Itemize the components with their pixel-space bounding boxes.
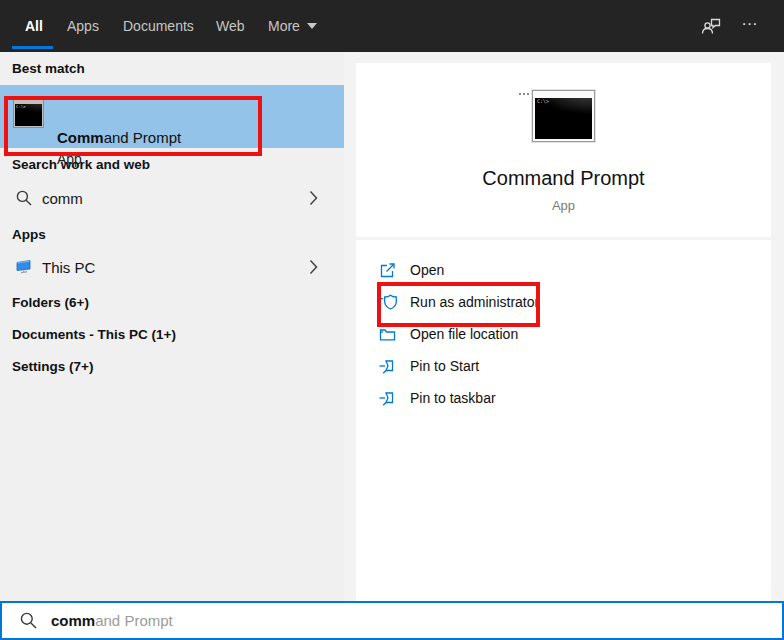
web-suggestion-label: comm bbox=[42, 190, 83, 207]
action-file-location-label: Open file location bbox=[410, 326, 518, 342]
more-options-icon[interactable]: … bbox=[741, 10, 761, 30]
tab-web-label: Web bbox=[216, 18, 245, 34]
this-pc-label: This PC bbox=[42, 259, 95, 276]
chevron-right-icon[interactable] bbox=[309, 259, 318, 275]
pin-icon bbox=[379, 390, 396, 407]
this-pc-icon bbox=[15, 258, 33, 276]
action-open-label: Open bbox=[410, 262, 444, 278]
web-suggestion-comm[interactable]: comm bbox=[0, 180, 344, 216]
tab-documents[interactable]: Documents bbox=[123, 0, 194, 52]
tab-documents-label: Documents bbox=[123, 18, 194, 34]
command-prompt-icon-large: C:\> bbox=[532, 90, 595, 142]
pin-icon bbox=[379, 358, 396, 375]
chevron-right-icon[interactable] bbox=[309, 190, 318, 206]
tab-apps[interactable]: Apps bbox=[67, 0, 99, 52]
folder-location-icon bbox=[379, 326, 396, 343]
feedback-icon[interactable] bbox=[699, 14, 723, 38]
active-tab-underline bbox=[12, 46, 53, 49]
tab-all-label: All bbox=[25, 18, 43, 34]
documents-group-header[interactable]: Documents - This PC (1+) bbox=[12, 327, 176, 342]
preview-subtitle: App bbox=[356, 198, 771, 213]
action-pin-to-taskbar[interactable]: Pin to taskbar bbox=[356, 382, 771, 414]
windows-search-flyout: All Apps Documents Web More … Best match bbox=[0, 0, 784, 640]
tab-web[interactable]: Web bbox=[216, 0, 245, 52]
search-input[interactable]: command Prompt bbox=[0, 601, 784, 640]
search-query-text: command Prompt bbox=[51, 612, 173, 629]
apps-header: Apps bbox=[12, 227, 46, 242]
search-suggestion-text: and Prompt bbox=[95, 612, 173, 629]
preview-title: Command Prompt bbox=[356, 167, 771, 190]
preview-card: C:\> Command Prompt App bbox=[356, 63, 771, 237]
open-icon bbox=[379, 262, 396, 279]
chevron-down-icon bbox=[307, 23, 317, 29]
app-result-this-pc[interactable]: This PC bbox=[0, 249, 344, 285]
search-web-header: Search work and web bbox=[12, 157, 150, 172]
folders-group-header[interactable]: Folders (6+) bbox=[12, 295, 89, 310]
search-icon bbox=[15, 189, 33, 207]
settings-group-header[interactable]: Settings (7+) bbox=[12, 359, 93, 374]
action-pin-to-start[interactable]: Pin to Start bbox=[356, 350, 771, 382]
tab-more[interactable]: More bbox=[268, 0, 317, 52]
annotation-box-best-match bbox=[4, 96, 262, 156]
tab-all[interactable]: All bbox=[25, 0, 43, 52]
action-pin-taskbar-label: Pin to taskbar bbox=[410, 390, 496, 406]
tab-apps-label: Apps bbox=[67, 18, 99, 34]
best-match-header: Best match bbox=[12, 61, 85, 76]
search-filter-bar: All Apps Documents Web More … bbox=[0, 0, 784, 52]
search-icon bbox=[19, 611, 38, 630]
annotation-box-run-as-admin bbox=[377, 282, 540, 327]
action-pin-start-label: Pin to Start bbox=[410, 358, 479, 374]
tab-more-label: More bbox=[268, 18, 300, 34]
search-typed-text: comm bbox=[51, 612, 95, 629]
